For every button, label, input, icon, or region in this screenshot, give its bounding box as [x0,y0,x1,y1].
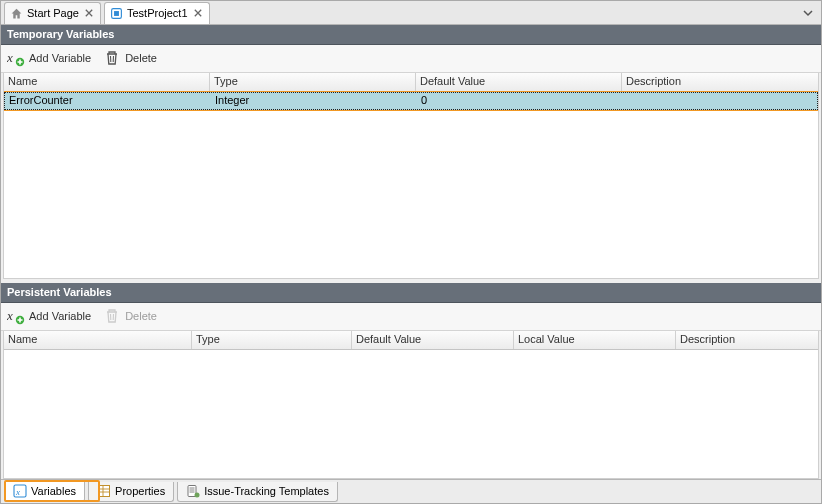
svg-text:x: x [7,308,13,323]
temporary-grid[interactable]: Name Type Default Value Description Erro… [3,73,819,279]
chevron-down-icon [803,9,813,17]
persistent-variables-pane: Persistent Variables x Add Variable Dele… [1,283,821,480]
add-variable-label: Add Variable [29,52,91,64]
tab-start-page-label: Start Page [27,7,79,19]
tab-testproject1[interactable]: TestProject1 [104,2,210,24]
persistent-variables-title: Persistent Variables [7,286,112,298]
tab-variables[interactable]: x Variables [4,482,85,502]
add-variable-icon: x [7,49,25,67]
cell-default-value[interactable]: 0 [417,93,623,109]
variables-editor-window: Start Page TestProject1 Temporary Variab… [0,0,822,504]
column-header-name[interactable]: Name [4,73,210,91]
project-icon [110,7,123,20]
temporary-grid-header: Name Type Default Value Description [4,73,818,92]
svg-text:x: x [7,50,13,65]
svg-rect-8 [99,486,110,497]
cell-name[interactable]: ErrorCounter [5,93,211,109]
tabs-overflow-menu[interactable] [801,2,815,24]
column-header-default-value[interactable]: Default Value [352,331,514,349]
delete-variable-button: Delete [103,307,157,325]
temporary-variables-title: Temporary Variables [7,28,114,40]
delete-variable-label: Delete [125,52,157,64]
persistent-grid[interactable]: Name Type Default Value Local Value Desc… [3,331,819,480]
delete-variable-button[interactable]: Delete [103,49,157,67]
tab-testproject1-label: TestProject1 [127,7,188,19]
close-icon[interactable] [192,7,204,19]
column-header-type[interactable]: Type [192,331,352,349]
variables-icon: x [13,484,27,498]
add-variable-label: Add Variable [29,310,91,322]
tab-properties-label: Properties [115,485,165,497]
column-header-local-value[interactable]: Local Value [514,331,676,349]
svg-point-10 [195,493,200,498]
add-variable-button[interactable]: x Add Variable [7,307,91,325]
home-icon [10,7,23,20]
column-header-type[interactable]: Type [210,73,416,91]
delete-variable-label: Delete [125,310,157,322]
column-header-description[interactable]: Description [676,331,818,349]
column-header-description[interactable]: Description [622,73,818,91]
trash-icon [103,49,121,67]
persistent-toolbar: x Add Variable Delete [1,303,821,331]
table-row[interactable]: ErrorCounter Integer 0 [4,92,818,110]
add-variable-icon: x [7,307,25,325]
issue-tracking-icon [186,484,200,498]
column-header-default-value[interactable]: Default Value [416,73,622,91]
svg-text:x: x [15,487,20,497]
persistent-grid-header: Name Type Default Value Local Value Desc… [4,331,818,350]
cell-description[interactable] [623,93,817,109]
persistent-variables-header: Persistent Variables [1,283,821,303]
temporary-toolbar: x Add Variable Delete [1,45,821,73]
cell-type[interactable]: Integer [211,93,417,109]
add-variable-button[interactable]: x Add Variable [7,49,91,67]
temporary-variables-pane: Temporary Variables x Add Variable Delet… [1,25,821,281]
temporary-variables-header: Temporary Variables [1,25,821,45]
column-header-name[interactable]: Name [4,331,192,349]
tab-start-page[interactable]: Start Page [4,2,101,24]
editor-bottom-tabs: x Variables Properties Issue-Tracking Te… [1,479,821,503]
tab-issue-tracking-templates[interactable]: Issue-Tracking Templates [177,482,338,502]
tab-variables-label: Variables [31,485,76,497]
trash-icon [103,307,121,325]
properties-icon [97,484,111,498]
close-icon[interactable] [83,7,95,19]
tab-issue-tracking-label: Issue-Tracking Templates [204,485,329,497]
svg-rect-1 [114,11,119,16]
tab-properties[interactable]: Properties [88,482,174,502]
document-tabs-bar: Start Page TestProject1 [1,1,821,25]
